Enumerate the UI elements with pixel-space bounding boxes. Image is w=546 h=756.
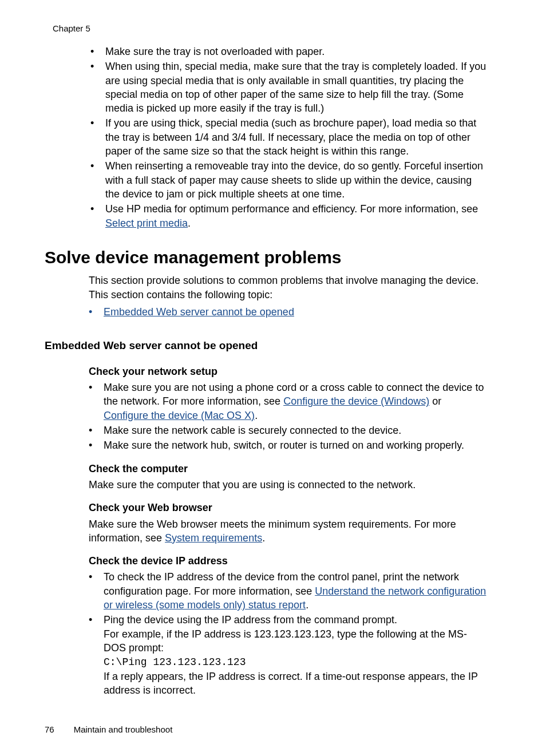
text: Make sure the computer that you are usin… bbox=[89, 478, 489, 492]
text: . bbox=[306, 599, 308, 611]
text: Ping the device using the IP address fro… bbox=[104, 614, 397, 626]
list-item: Make sure the network hub, switch, or ro… bbox=[89, 438, 489, 452]
page-number: 76 bbox=[45, 725, 54, 734]
page-footer: 76Maintain and troubleshoot bbox=[45, 724, 172, 735]
ews-cannot-open-link[interactable]: Embedded Web server cannot be opened bbox=[104, 306, 294, 318]
configure-device-macosx-link[interactable]: Configure the device (Mac OS X) bbox=[104, 410, 255, 421]
select-print-media-link[interactable]: Select print media bbox=[105, 217, 188, 229]
toc-list: Embedded Web server cannot be opened bbox=[45, 305, 489, 319]
check-network-setup-block: Check your network setup Make sure you a… bbox=[89, 365, 489, 453]
network-setup-list: Make sure you are not using a phone cord… bbox=[89, 381, 489, 452]
subheading: Check your network setup bbox=[89, 365, 489, 378]
text: For example, if the IP address is 123.12… bbox=[104, 628, 467, 654]
list-item: If you are using thick, special media (s… bbox=[90, 116, 489, 158]
subheading: Check your Web browser bbox=[89, 501, 489, 514]
configure-device-windows-link[interactable]: Configure the device (Windows) bbox=[283, 395, 429, 407]
text: . bbox=[255, 410, 258, 421]
system-requirements-link[interactable]: System requirements bbox=[165, 532, 262, 544]
text: Make sure the Web browser meets the mini… bbox=[89, 518, 456, 544]
list-item: Make sure the tray is not overloaded wit… bbox=[90, 45, 489, 58]
tips-list: Make sure the tray is not overloaded wit… bbox=[45, 45, 489, 230]
heading-solve-device-management: Solve device management problems bbox=[45, 246, 489, 270]
list-item: Make sure the network cable is securely … bbox=[89, 423, 489, 437]
subheading: Check the computer bbox=[89, 462, 489, 476]
text: . bbox=[188, 217, 191, 229]
text: Make sure the Web browser meets the mini… bbox=[89, 517, 489, 545]
check-computer-block: Check the computer Make sure the compute… bbox=[89, 462, 489, 492]
check-ip-list: To check the IP address of the device fr… bbox=[89, 570, 489, 697]
check-ip-block: Check the device IP address To check the… bbox=[89, 554, 489, 697]
list-item: Ping the device using the IP address fro… bbox=[89, 613, 489, 697]
text: If a reply appears, the IP address is co… bbox=[104, 671, 478, 696]
text: . bbox=[262, 532, 265, 544]
list-item: To check the IP address of the device fr… bbox=[89, 570, 489, 612]
text: Use HP media for optimum performance and… bbox=[105, 203, 478, 215]
text: or bbox=[429, 395, 441, 407]
check-browser-block: Check your Web browser Make sure the Web… bbox=[89, 501, 489, 545]
subheading: Check the device IP address bbox=[89, 554, 489, 568]
toc-item: Embedded Web server cannot be opened bbox=[89, 305, 489, 319]
section-intro: This section provide solutions to common… bbox=[89, 274, 489, 302]
list-item: When reinserting a removeable tray into … bbox=[90, 159, 489, 201]
list-item: Use HP media for optimum performance and… bbox=[90, 202, 489, 230]
code-example: C:\Ping 123.123.123.123 bbox=[104, 656, 246, 668]
page-content: Make sure the tray is not overloaded wit… bbox=[45, 45, 489, 706]
footer-title: Maintain and troubleshoot bbox=[74, 725, 173, 734]
heading-ews-cannot-open: Embedded Web server cannot be opened bbox=[45, 338, 489, 353]
list-item: Make sure you are not using a phone cord… bbox=[89, 381, 489, 422]
page-header-chapter: Chapter 5 bbox=[53, 23, 90, 34]
list-item: When using thin, special media, make sur… bbox=[90, 60, 489, 115]
